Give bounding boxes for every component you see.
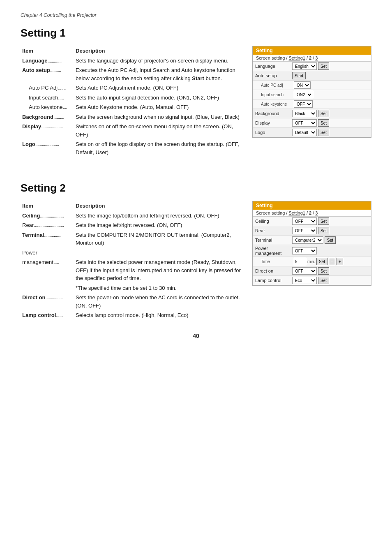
table-row: Selects lamp control mode. (High, Normal…: [74, 310, 242, 320]
table-row: Rear............................: [21, 220, 74, 230]
ui-select[interactable]: ON: [294, 81, 311, 89]
set-button[interactable]: Set: [318, 227, 329, 234]
ui-row-label: Auto keystone: [261, 102, 294, 106]
decrement-button[interactable]: -: [329, 258, 335, 265]
ui-row-label: Time: [261, 259, 294, 264]
breadcrumb2-link-setting1[interactable]: Setting1: [289, 210, 305, 215]
ui-row-label: Rear: [255, 228, 292, 233]
set-button[interactable]: Set: [325, 236, 336, 244]
set-button[interactable]: Set: [316, 258, 327, 265]
setting2-title: Setting 2: [21, 182, 371, 194]
setting1-col-desc: Description: [74, 46, 242, 56]
ui-select[interactable]: ON2: [294, 91, 313, 98]
breadcrumb-link-3[interactable]: 3: [315, 56, 318, 60]
ui-panel-row: Auto setup Start: [253, 71, 371, 81]
ui-select[interactable]: Computer2: [292, 236, 323, 244]
ui-row-label: Background: [255, 111, 292, 116]
breadcrumb2-link-3[interactable]: 3: [315, 210, 318, 215]
set-button[interactable]: Set: [318, 217, 329, 225]
setting1-panel-rows: Language English Set Auto setup Start Au…: [253, 62, 371, 137]
table-row: Sets into the selected power management …: [74, 257, 242, 283]
ui-row-label: Auto PC adj: [261, 83, 294, 88]
setting1-col-item: Item: [21, 46, 74, 56]
ui-panel-row: Ceiling OFF Set: [253, 217, 371, 226]
ui-select[interactable]: OFF: [292, 227, 317, 234]
ui-panel-row: Background Black Set: [253, 109, 371, 118]
ui-select[interactable]: OFF: [294, 100, 313, 108]
table-row: Sets the auto-input signal detection mod…: [74, 93, 242, 103]
table-row: Terminal................: [21, 230, 74, 248]
ui-row-label: Logo: [255, 130, 292, 135]
table-row: Sets the screen background when no signa…: [74, 112, 242, 122]
ui-panel-row: Rear OFF Set: [253, 226, 371, 236]
page-number: 40: [21, 328, 371, 339]
ui-row-controls: OFF Set: [292, 119, 369, 127]
ui-row-controls: OFF Set: [292, 267, 369, 275]
ui-panel-row: Power management OFF: [253, 245, 371, 257]
ui-row-controls: OFF: [292, 247, 369, 254]
ui-row-label: Input search: [261, 92, 294, 97]
set-button[interactable]: Set: [318, 277, 329, 284]
ui-sub-panel-row: Auto keystone OFF: [253, 99, 371, 109]
increment-button[interactable]: +: [337, 258, 343, 265]
ui-row-label: Ceiling: [255, 219, 292, 224]
ui-select[interactable]: OFF: [292, 267, 317, 275]
ui-row-controls: ON: [294, 81, 369, 89]
table-row: Sets the language display of projector's…: [74, 56, 242, 66]
table-row: Sets Auto PC Adjustment mode. (ON, OFF): [74, 83, 242, 93]
table-row: *The specified time can be set 1 to 30 m…: [74, 283, 242, 293]
ui-sub-panel-row: Auto PC adj ON: [253, 81, 371, 90]
set-button[interactable]: Set: [318, 129, 329, 136]
table-row: Language.............: [21, 56, 74, 66]
ui-select[interactable]: Black: [292, 110, 317, 117]
ui-time-row: Time min. Set - +: [253, 257, 371, 266]
setting1-title: Setting 1: [21, 27, 371, 39]
ui-panel-row: Language English Set: [253, 62, 371, 71]
ui-select[interactable]: English: [292, 62, 317, 70]
ui-row-controls: min. Set - +: [294, 258, 369, 265]
ui-row-controls: OFF Set: [292, 217, 369, 225]
ui-select[interactable]: OFF: [292, 217, 317, 225]
breadcrumb-link-setting1[interactable]: Setting1: [289, 56, 305, 60]
start-button[interactable]: Start: [292, 72, 306, 79]
set-button[interactable]: Set: [318, 110, 329, 117]
setting1-panel-header: Setting: [253, 46, 371, 55]
setting2-panel-header: Setting: [253, 201, 371, 210]
table-row: Executes the Auto PC Adj, Input Search a…: [74, 65, 242, 83]
table-row: Switches on or off the on-screen menu di…: [74, 122, 242, 139]
ui-select[interactable]: OFF: [292, 247, 317, 254]
table-row: Input search.....: [21, 93, 74, 103]
ui-select[interactable]: OFF: [292, 119, 317, 127]
ui-row-controls: English Set: [292, 62, 369, 70]
chapter-header: Chapter 4 Controlling the Projector: [21, 12, 371, 20]
set-button[interactable]: Set: [318, 267, 329, 275]
setting1-content: Item Description Language.............Se…: [21, 46, 371, 157]
set-button[interactable]: Set: [318, 62, 329, 70]
table-row: Lamp control......: [21, 310, 74, 320]
ui-row-controls: Black Set: [292, 110, 369, 117]
setting2-col-desc: Description: [74, 201, 242, 211]
ui-row-label: Power management: [255, 246, 292, 256]
set-button[interactable]: Set: [318, 119, 329, 127]
setting1-ui-panel: Setting Screen setting / Setting1 / 2 / …: [252, 46, 371, 138]
table-row: Direct on................: [21, 293, 74, 310]
ui-row-controls: Computer2 Set: [292, 236, 369, 244]
table-row: Power: [21, 248, 74, 258]
setting2-panel-breadcrumb: Screen setting / Setting1 / 2 / 3: [253, 210, 371, 217]
setting2-col-item: Item: [21, 201, 74, 211]
table-row: Sets the image top/bottom and left/right…: [74, 211, 242, 221]
time-input[interactable]: [294, 258, 306, 265]
ui-select[interactable]: Default: [292, 129, 317, 136]
ui-panel-row: Terminal Computer2 Set: [253, 236, 371, 245]
setting1-panel: Setting Screen setting / Setting1 / 2 / …: [252, 46, 371, 157]
time-unit-label: min.: [307, 259, 315, 264]
ui-row-label: Auto setup: [255, 73, 292, 78]
ui-select[interactable]: Eco: [292, 277, 317, 284]
ui-row-controls: Eco Set: [292, 277, 369, 284]
setting2-content: Item Description Ceiling................…: [21, 201, 371, 320]
setting1-table: Item Description Language.............Se…: [21, 46, 242, 157]
table-row: Sets the power-on mode when the AC cord …: [74, 293, 242, 310]
setting2-ui-panel: Setting Screen setting / Setting1 / 2 / …: [252, 201, 371, 286]
setting2-table: Item Description Ceiling................…: [21, 201, 242, 320]
table-row: management.....: [21, 257, 74, 283]
